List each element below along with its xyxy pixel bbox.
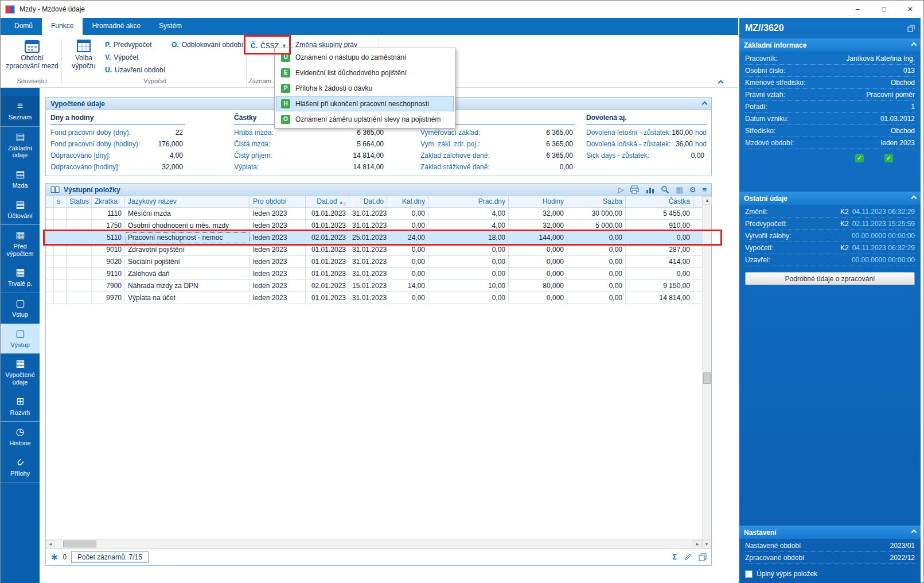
column-header-s[interactable]: s: [54, 196, 67, 208]
sidebar-item-label: Výstup: [10, 341, 30, 349]
cell-obdobi: leden 2023: [250, 268, 306, 280]
uzavreni-obdobi-button[interactable]: U. Uzavření období: [105, 64, 165, 76]
cell-castka: 9 150,00: [626, 280, 693, 292]
menu-item[interactable]: O Oznámení záměru uplatnění slevy na poj…: [276, 111, 454, 127]
menu-item[interactable]: E Evidenční list důchodového pojištění: [276, 65, 454, 80]
sidebar-item[interactable]: ◷ Historie: [1, 422, 40, 452]
chart-icon[interactable]: [645, 185, 654, 194]
full-listing-checkbox[interactable]: [745, 570, 753, 578]
vertical-scrollbar-thumb[interactable]: [703, 372, 711, 384]
detail-value: 01.03.2012: [880, 115, 915, 123]
column-header-hodiny[interactable]: Hodiny: [509, 196, 567, 208]
column-header-dat-od[interactable]: Dat.od▲2: [306, 196, 349, 208]
popout-icon[interactable]: [907, 25, 915, 32]
print-icon[interactable]: [630, 185, 639, 194]
other-info-rows: Změnil: K204.11.2023 06:32:29 Předvypoče…: [739, 205, 921, 266]
column-header-prac-dny[interactable]: Prac.dny: [428, 196, 509, 208]
column-header-status[interactable]: Status: [67, 196, 92, 208]
column-header-nazev[interactable]: Jazykový název: [125, 196, 250, 208]
table-row[interactable]: 1750 Osobní ohodnocení u měs. mzdy leden…: [46, 220, 702, 232]
gear-icon[interactable]: ⚙: [689, 186, 696, 193]
sidebar-item[interactable]: ▤ Základní údaje: [1, 127, 40, 164]
column-header-dat-do[interactable]: Dat.do: [349, 196, 387, 208]
obdobi-zpracovani-mezd-button[interactable]: Období zpracování mezd: [5, 37, 59, 74]
detail-value: Janíková Kateřina Ing.: [847, 55, 915, 63]
vertical-scrollbar[interactable]: ▲: [702, 196, 711, 539]
table-row[interactable]: 9010 Zdravotní pojištění leden 2023 01.0…: [46, 244, 702, 256]
ribbon-tab[interactable]: Hromadné akce: [83, 18, 150, 35]
collapse-panel-chevron[interactable]: [703, 100, 707, 108]
columns-icon[interactable]: ▥: [676, 186, 683, 193]
sidebar-item[interactable]: ▤ Účtování: [1, 195, 40, 226]
table-toolbar: ▷ ▥ ⚙ ≡: [618, 185, 707, 194]
edit-pencil-icon[interactable]: [684, 553, 692, 561]
detail-value: Pracovní poměr: [866, 91, 915, 99]
section-header-basic-info[interactable]: Základní informace: [739, 38, 921, 52]
cell-obdobi: leden 2023: [250, 232, 306, 244]
ribbon-tab[interactable]: Funkce: [42, 18, 83, 35]
copy-icon[interactable]: [699, 553, 707, 561]
close-button[interactable]: ✕: [897, 1, 923, 18]
horizontal-scrollbar-thumb[interactable]: [63, 541, 96, 547]
table-row[interactable]: 1110 Měsíční mzda leden 2023 01.01.2023 …: [46, 208, 702, 220]
processing-details-button[interactable]: Podrobné údaje o zpracování: [745, 272, 915, 285]
app-window: Mzdy - Mzdové údaje – □ ✕ Domů Funkce Hr…: [0, 0, 924, 583]
sidebar-item[interactable]: ≡ Seznam: [1, 96, 40, 127]
table-row[interactable]: 9020 Sociální pojištění leden 2023 01.01…: [46, 256, 702, 268]
ribbon-group-label: Výpočet: [65, 77, 245, 84]
column-header-kal-dny[interactable]: Kal.dny: [387, 196, 428, 208]
table-row[interactable]: 9970 Výplata na účet leden 2023 01.01.20…: [46, 292, 702, 304]
cell-sazba: 0,00: [567, 280, 626, 292]
search-icon[interactable]: [661, 185, 669, 194]
cell-obdobi: leden 2023: [250, 256, 306, 268]
column-header-obdobi[interactable]: Pro období: [250, 196, 306, 208]
scroll-down-arrow[interactable]: ▼: [702, 540, 711, 549]
menu-item[interactable]: U Oznámení o nástupu do zaměstnání: [276, 49, 454, 65]
section-title: Nastavení: [744, 528, 777, 537]
cell-status: [67, 268, 92, 280]
sidebar-item[interactable]: ▢ Vstup: [1, 293, 40, 324]
cell-obdobi: leden 2023: [250, 244, 306, 256]
detail-row: Nastavené období 2023/01: [745, 540, 915, 552]
scroll-up-arrow[interactable]: ▲: [703, 196, 712, 205]
sidebar-item[interactable]: ▦ Vypočtené údaje: [1, 353, 40, 391]
sum-icon[interactable]: Σ: [673, 553, 677, 561]
vypocet-button[interactable]: V. Výpočet: [105, 51, 139, 64]
sidebar-item[interactable]: ⊞ Rozvrh: [1, 391, 40, 422]
sidebar-item[interactable]: ▦ Trvalé p.: [1, 262, 40, 293]
section-header-settings[interactable]: Nastavení: [739, 526, 921, 539]
column-header-sazba[interactable]: Sazba: [567, 196, 626, 208]
sidebar-item[interactable]: ▦ Před výpočtem: [1, 225, 40, 262]
sidebar-item[interactable]: ∪ Přílohy: [1, 452, 40, 483]
column-header-zkratka[interactable]: Zkratka: [92, 196, 125, 208]
ribbon-tab[interactable]: Domů: [5, 18, 42, 35]
menu-item-label: Příloha k žádosti o dávku: [295, 84, 372, 92]
volba-vypoctu-button[interactable]: Volba výpočtu: [65, 37, 103, 74]
scroll-left-arrow[interactable]: ◄: [46, 540, 55, 549]
conditions-icon[interactable]: ∗: [50, 551, 58, 562]
sidebar-item[interactable]: ▢ Výstup: [1, 324, 40, 354]
menu-item[interactable]: H Hlášení při ukončení pracovní neschopn…: [276, 96, 454, 111]
table-row[interactable]: 9110 Zálohová daň leden 2023 01.01.2023 …: [46, 268, 702, 280]
detail-row: Datum vzniku: 01.03.2012: [745, 113, 915, 125]
scroll-right-arrow[interactable]: ►: [693, 540, 702, 549]
table-row[interactable]: 5110 Pracovní neschopnost - nemoc leden …: [46, 232, 702, 244]
predvypocet-button[interactable]: P. Předvýpočet: [105, 38, 152, 51]
run-icon[interactable]: ▷: [618, 186, 623, 193]
column-header-castka[interactable]: Částka: [626, 196, 693, 208]
cell-castka: 0,00: [626, 268, 693, 280]
sidebar-item[interactable]: ▤ Mzda: [1, 164, 40, 195]
odblokovani-obdobi-button[interactable]: O. Odblokování období: [171, 38, 243, 51]
section-header-other-info[interactable]: Ostatní údaje: [739, 192, 921, 205]
collapse-ribbon-chevron[interactable]: [719, 79, 723, 87]
horizontal-scrollbar[interactable]: ◄ ► ▼: [46, 539, 711, 548]
menu-icon[interactable]: ≡: [702, 186, 707, 193]
table-row[interactable]: 7900 Náhrada mzdy za DPN leden 2023 02.0…: [46, 280, 702, 292]
menu-item[interactable]: P Příloha k žádosti o dávku: [276, 80, 454, 96]
ribbon-tab[interactable]: Systém: [150, 18, 191, 35]
maximize-button[interactable]: □: [871, 1, 897, 18]
record-id-bar: MZ//3620: [739, 18, 921, 38]
minimize-button[interactable]: –: [844, 1, 871, 18]
detail-timestamp: 04.11.2023 06:32:29: [852, 208, 915, 216]
detail-timestamp: 04.11.2023 06:32:29: [852, 244, 915, 252]
